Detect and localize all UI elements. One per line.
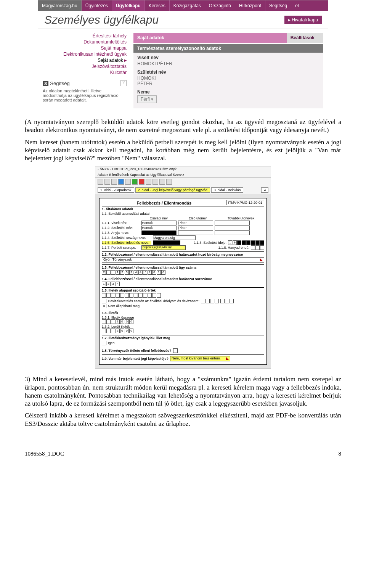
input-15[interactable] [102, 293, 161, 298]
form-tab-1[interactable]: 1. oldal - Alapadatok [98, 187, 134, 193]
menu-bar[interactable]: Adatok Ellenőrzések Kapcsolat az Ügyfélk… [95, 172, 271, 178]
input-118[interactable] [251, 245, 264, 250]
neme-select[interactable]: Férfi ▾ [137, 95, 157, 103]
label-118: 1.1.8. Hanyadrendű: [218, 246, 249, 250]
input-162[interactable]: 3000 [102, 329, 133, 333]
input-116[interactable]: 19 [228, 240, 264, 245]
viselt-nev-label: Viselt név [137, 55, 319, 60]
input-111b[interactable]: Péter [178, 221, 213, 225]
toolbar-btn[interactable] [132, 179, 138, 185]
footer-page: 8 [339, 451, 342, 457]
input-112c[interactable] [215, 226, 250, 230]
nav-item-7[interactable]: Segítség [265, 0, 291, 11]
nav-item-5[interactable]: Országinfó [205, 0, 235, 11]
leftmenu-item-0[interactable]: Értesítési tárhely [43, 33, 127, 39]
leftmenu-item-5[interactable]: Jelszóváltoztatás [43, 63, 127, 69]
input-151b[interactable] [220, 299, 234, 303]
tab-sajat-adatok[interactable]: Saját adatok [133, 33, 287, 43]
window-title: - ÁNYK - OBHGEPI_P20_1357248328280.frm.e… [95, 166, 271, 172]
ugyfelkapu-screenshot: Magyarország.hu Ügyintézés Ügyfélkapu Ke… [38, 0, 328, 114]
toolbar-btn[interactable] [111, 179, 117, 185]
input-151a[interactable] [201, 299, 219, 303]
help-box: SSegítség ? Az oldalon megtekintheti, il… [43, 79, 127, 103]
form-tab-3[interactable]: 3. oldal - Indoklás [211, 187, 244, 193]
right-tabs: Saját adatok Beállítások [133, 33, 323, 43]
label-117: 1.1.7. Perbeli szerepe: [102, 246, 140, 250]
toolbar-btn[interactable] [159, 179, 165, 185]
leftmenu-item-1[interactable]: Dokumentumfeltöltés [43, 39, 127, 45]
toolbar-btn[interactable] [139, 179, 144, 185]
nav-item-0[interactable]: Magyarország.hu [38, 0, 82, 11]
input-115[interactable] [153, 240, 180, 245]
leftmenu-item-6[interactable]: Kulcstár [43, 69, 127, 76]
input-19[interactable]: Nem, most kívánom bejelenteni.◣ [170, 356, 230, 361]
label-17-opt: Igen [108, 341, 115, 345]
section-1-5: 1.5. Illeték alapjául szolgáló érték [102, 288, 264, 292]
section-1-2: 1.2. Fellebbezéssel / ellentmondással tá… [102, 253, 264, 256]
label-161: 1.6.1. Illeték összege [102, 316, 264, 319]
chk-152[interactable]: X [102, 304, 106, 308]
section-1-7: 1.7. Illetékkedvezményt igénylek, illet … [102, 336, 264, 340]
col-head: Családi név [150, 216, 168, 220]
input-113a[interactable] [141, 230, 177, 235]
toolbar [95, 178, 271, 186]
input-113b[interactable] [178, 230, 213, 235]
hivatali-kapu-link[interactable]: ▸ Hivatali kapu [284, 16, 322, 24]
toolbar-btn[interactable] [166, 179, 172, 185]
label-151: Devizakövetelés esetén az átváltási árfo… [108, 299, 199, 303]
input-111a[interactable]: Homoki [141, 221, 177, 225]
leftmenu-item-3[interactable]: Elektronikusan intézhető ügyek [43, 51, 127, 57]
section-1-6: 1.6. Illeték [102, 311, 264, 315]
section-1-4: 1.4. Fellebbezéssel / ellentmondással tá… [102, 277, 264, 281]
toolbar-btn[interactable] [146, 179, 151, 185]
form-page-tabs: 1. oldal - Alapadatok 2. oldal - Jogi ké… [95, 186, 271, 194]
toolbar-btn[interactable] [118, 179, 124, 185]
page-title: Személyes ügyfélkapu [44, 13, 284, 26]
nav-item-3[interactable]: Keresés [145, 0, 170, 11]
input-13[interactable]: P.123344/2010 [102, 270, 165, 275]
section-1-8: 1.8. Törvényszék ítélete elleni fellebbe… [102, 349, 172, 353]
input-12[interactable]: Győri Törvényszék◣ [102, 257, 264, 263]
chk-151[interactable] [102, 299, 106, 303]
nav-item-2[interactable]: Ügyfélkapu [112, 0, 145, 11]
form-tab-2[interactable]: 2. oldal - Jogi képviselő vagy pártfogó … [135, 187, 210, 193]
nav-item-8[interactable]: el [291, 0, 303, 11]
anyk-form-screenshot: - ÁNYK - OBHGEPI_P20_1357248328280.frm.e… [95, 166, 271, 369]
input-112b[interactable]: Péter [178, 226, 213, 230]
toolbar-btn[interactable] [125, 179, 131, 185]
footer-doc: 1086558_1.DOC [25, 451, 64, 457]
toolbar-btn[interactable] [104, 179, 110, 185]
leftmenu-item-4[interactable]: Saját adatok ▸ [43, 57, 127, 63]
label-114: 1.1.4. Születési ország neve: [102, 236, 151, 240]
input-14[interactable]: 1234 [102, 282, 120, 286]
neme-label: Neme [137, 89, 319, 95]
toolbar-btn[interactable] [98, 179, 103, 185]
help-badge: S [43, 81, 48, 86]
section-1-9: 1.9. Van már bejelentett jogi képviselőj… [102, 357, 169, 361]
szuletesi-nev-value: HOMOKI PÉTER [137, 76, 319, 86]
nav-item-1[interactable]: Ügyintézés [82, 0, 112, 11]
leftmenu-item-2[interactable]: Saját mappa [43, 45, 127, 51]
help-icon[interactable]: ? [120, 80, 127, 86]
input-114[interactable]: Magyarország [153, 235, 196, 240]
input-112a[interactable]: Homoki [141, 226, 177, 230]
toolbar-btn[interactable] [152, 179, 158, 185]
nav-item-4[interactable]: Közigazgatás [170, 0, 205, 11]
tab-beallitasok[interactable]: Beállítások [287, 33, 323, 43]
input-161[interactable]: 3000 [102, 319, 133, 324]
chk-17[interactable] [102, 341, 106, 345]
paragraph-4: Célszerű inkább a kereseti kérelmet a me… [25, 411, 341, 428]
nav-item-6[interactable]: Hírközpont [235, 0, 265, 11]
section-1: 1. Általános adatok [102, 207, 264, 211]
label-152: Nem állapítható meg [108, 304, 140, 308]
form-tab-dropdown[interactable]: ◂ [261, 187, 268, 193]
page-footer: 1086558_1.DOC 8 [25, 451, 341, 457]
input-117[interactable]: Felperes jogi képviselője [141, 245, 186, 250]
input-111c[interactable] [215, 221, 250, 225]
chk-18[interactable] [173, 348, 178, 353]
section-1-1: 1.1. Beküldő azonosítási adatai [102, 212, 264, 216]
form-box: ITMV-KPMG-12-20-01 Fellebbezés / Ellentm… [99, 198, 267, 365]
label-162: 1.6.2. Lerótt illeték [102, 325, 264, 329]
input-113c[interactable] [215, 230, 250, 235]
top-nav: Magyarország.hu Ügyintézés Ügyfélkapu Ke… [38, 0, 328, 11]
